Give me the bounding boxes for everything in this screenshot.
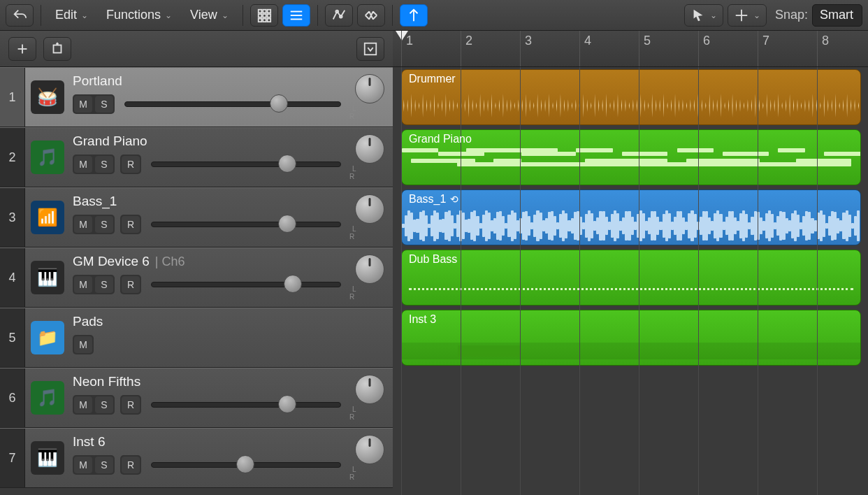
mute-button[interactable]: M xyxy=(74,336,92,353)
divider xyxy=(41,5,41,26)
record-group: R xyxy=(120,275,141,294)
pan-lr-label: L R xyxy=(349,105,390,120)
menu-functions[interactable]: Functions ⌄ xyxy=(99,8,179,22)
region-piano[interactable]: Grand Piano xyxy=(401,129,861,185)
track-name[interactable]: Pads xyxy=(73,314,103,329)
flex-button[interactable] xyxy=(357,4,385,27)
grid-view-button[interactable] xyxy=(250,4,278,27)
volume-thumb[interactable] xyxy=(278,395,296,413)
mute-button[interactable]: M xyxy=(74,156,92,173)
track-header-options[interactable] xyxy=(356,37,384,61)
volume-slider[interactable] xyxy=(151,220,341,229)
pan-knob[interactable] xyxy=(355,134,384,164)
track-header[interactable]: 5📁PadsM xyxy=(0,308,393,368)
ruler-bar: 6 xyxy=(698,31,710,66)
undo-button[interactable] xyxy=(6,4,34,27)
menu-edit[interactable]: Edit ⌄ xyxy=(48,8,95,22)
volume-thumb[interactable] xyxy=(236,455,254,473)
track-name[interactable]: Portland xyxy=(73,73,122,89)
track-header[interactable]: 3📶Bass_1MSRL R xyxy=(0,187,393,248)
solo-button[interactable]: S xyxy=(95,96,113,113)
add-track-button[interactable] xyxy=(8,37,36,61)
pan-knob[interactable] xyxy=(355,435,384,464)
region-inst3[interactable]: Inst 3 xyxy=(401,310,861,366)
pan-lr-label: L R xyxy=(349,406,390,421)
track-icon[interactable]: 📁 xyxy=(25,308,70,367)
record-enable-button[interactable]: R xyxy=(122,156,140,173)
volume-slider[interactable] xyxy=(151,460,341,470)
record-group: R xyxy=(120,455,141,475)
track-header[interactable]: 7🎹Inst 6MSRL R xyxy=(0,428,393,488)
track-name[interactable]: Neon Fifths xyxy=(73,374,140,389)
track-header[interactable]: 6🎵Neon FifthsMSRL R xyxy=(0,368,393,428)
track-header[interactable]: 4🎹GM Device 6| Ch6MSRL R xyxy=(0,248,393,308)
record-enable-button[interactable]: R xyxy=(122,457,140,473)
track-header-toolbar xyxy=(0,31,393,67)
record-enable-button[interactable]: R xyxy=(122,276,140,293)
pan-knob[interactable] xyxy=(355,254,384,284)
track-name[interactable]: Bass_1 xyxy=(73,194,117,209)
catch-playhead-button[interactable] xyxy=(400,4,428,27)
record-group: R xyxy=(120,215,141,234)
solo-button[interactable]: S xyxy=(95,156,113,173)
track-icon[interactable]: 🎹 xyxy=(25,248,70,307)
main-area: 1🥁PortlandMSL R2🎵Grand PianoMSRL R3📶Bass… xyxy=(0,31,868,495)
instrument-icon: 🎹 xyxy=(31,261,64,294)
volume-slider[interactable] xyxy=(151,159,341,169)
secondary-tool[interactable]: ⌄ xyxy=(728,4,767,27)
solo-button[interactable]: S xyxy=(95,276,113,293)
region-drummer[interactable]: Drummer xyxy=(401,69,861,125)
svg-rect-3 xyxy=(259,14,262,17)
volume-slider[interactable] xyxy=(124,99,341,109)
mute-button[interactable]: M xyxy=(74,457,92,473)
pan-knob[interactable] xyxy=(355,194,384,224)
region-bass[interactable]: Bass_1 ⟲ xyxy=(401,189,861,245)
divider xyxy=(317,5,318,26)
volume-thumb[interactable] xyxy=(284,275,302,293)
pan-knob[interactable] xyxy=(355,74,384,103)
track-number: 7 xyxy=(0,429,25,487)
track-icon[interactable]: 🎵 xyxy=(25,368,70,427)
chevron-down-icon: ⌄ xyxy=(710,10,717,20)
volume-track xyxy=(151,282,341,287)
solo-button[interactable]: S xyxy=(95,216,113,233)
playhead-icon xyxy=(406,8,421,23)
chevron-down-icon: ⌄ xyxy=(753,10,760,20)
timeline-ruler[interactable]: 12345678 xyxy=(393,31,868,67)
track-name[interactable]: Grand Piano xyxy=(73,134,147,149)
record-enable-button[interactable]: R xyxy=(122,216,140,233)
track-channel: | Ch6 xyxy=(155,254,185,269)
volume-slider[interactable] xyxy=(151,400,341,410)
arrange-grid[interactable]: Drummer Grand Piano Bass_1 ⟲ Dub Bass In… xyxy=(393,67,868,495)
pointer-tool[interactable]: ⌄ xyxy=(684,4,723,27)
automation-button[interactable] xyxy=(325,4,353,27)
region-dub-bass[interactable]: Dub Bass xyxy=(401,250,861,306)
volume-track xyxy=(151,222,341,227)
mute-button[interactable]: M xyxy=(74,96,92,113)
track-icon[interactable]: 📶 xyxy=(25,188,70,247)
volume-thumb[interactable] xyxy=(278,215,296,233)
snap-mode-select[interactable]: Smart xyxy=(812,4,862,27)
mute-button[interactable]: M xyxy=(74,396,92,413)
volume-slider[interactable] xyxy=(151,280,341,289)
solo-button[interactable]: S xyxy=(95,457,113,473)
solo-button[interactable]: S xyxy=(95,396,113,413)
duplicate-track-button[interactable] xyxy=(43,37,71,61)
track-header[interactable]: 1🥁PortlandMSL R xyxy=(0,67,393,127)
volume-track xyxy=(151,402,341,408)
volume-thumb[interactable] xyxy=(270,94,288,113)
list-view-button[interactable] xyxy=(282,4,310,27)
record-enable-button[interactable]: R xyxy=(122,396,140,413)
pan-knob[interactable] xyxy=(355,375,384,404)
track-icon[interactable]: 🎹 xyxy=(25,429,70,487)
volume-thumb[interactable] xyxy=(278,155,296,173)
track-name[interactable]: GM Device 6 xyxy=(73,254,150,269)
mute-button[interactable]: M xyxy=(74,216,92,233)
track-name[interactable]: Inst 6 xyxy=(73,434,105,450)
mute-button[interactable]: M xyxy=(74,276,92,293)
track-number: 1 xyxy=(0,68,25,127)
track-icon[interactable]: 🎵 xyxy=(25,128,70,187)
menu-view[interactable]: View ⌄ xyxy=(183,8,236,22)
track-icon[interactable]: 🥁 xyxy=(25,68,70,127)
track-header[interactable]: 2🎵Grand PianoMSRL R xyxy=(0,127,393,187)
